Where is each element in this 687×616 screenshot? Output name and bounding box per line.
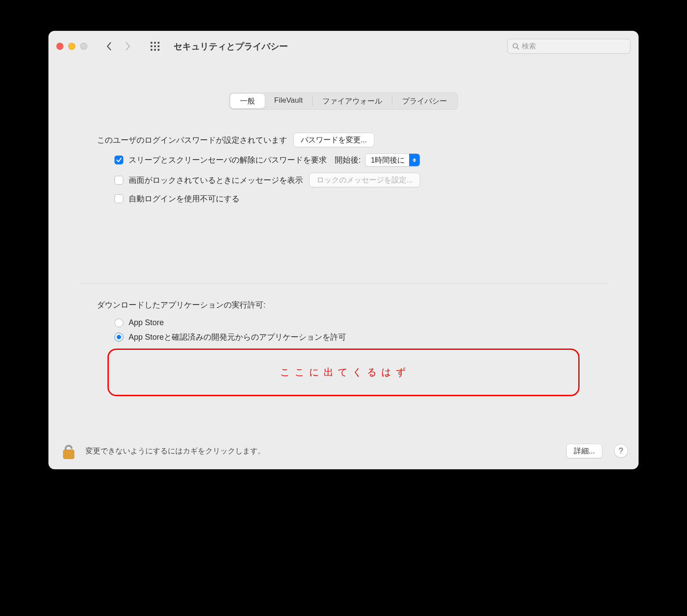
nav-buttons	[104, 41, 133, 52]
downloads-section: ダウンロードしたアプリケーションの実行許可: App Store App Sto…	[79, 300, 608, 396]
svg-rect-7	[154, 49, 156, 51]
help-button[interactable]: ?	[614, 444, 628, 458]
login-section: このユーザのログインパスワードが設定されています パスワードを変更... スリー…	[79, 133, 608, 204]
footer: 変更できないようにするにはカギをクリックします。 詳細... ?	[48, 434, 639, 469]
allow-appstore-radio[interactable]	[114, 319, 123, 327]
divider	[79, 283, 608, 284]
svg-rect-5	[158, 45, 159, 47]
require-password-delay-value: 1時間後に	[371, 155, 405, 165]
search-field[interactable]	[507, 39, 631, 54]
disable-autologin-label: 自動ログインを使用不可にする	[129, 193, 240, 204]
select-stepper-icon	[409, 154, 420, 166]
after-label: 開始後:	[335, 155, 361, 165]
allow-appstore-label: App Store	[129, 318, 164, 327]
change-password-button[interactable]: パスワードを変更...	[293, 133, 374, 147]
login-password-status: このユーザのログインパスワードが設定されています	[97, 135, 287, 145]
svg-rect-2	[158, 42, 159, 44]
svg-rect-6	[151, 49, 152, 51]
close-window-button[interactable]	[56, 43, 63, 50]
require-password-checkbox[interactable]	[114, 156, 123, 164]
tab-bar: 一般 FileVault ファイアウォール プライバシー	[229, 93, 458, 110]
show-lock-message-label: 画面がロックされているときにメッセージを表示	[129, 175, 303, 186]
lock-icon[interactable]	[59, 441, 78, 460]
svg-rect-1	[154, 42, 156, 44]
annotation-text: こ こ に 出 て く る は ず	[280, 366, 407, 379]
require-password-label: スリープとスクリーンセーバの解除にパスワードを要求	[129, 155, 327, 165]
search-icon	[512, 43, 519, 50]
tab-general[interactable]: 一般	[230, 94, 265, 108]
tab-privacy[interactable]: プライバシー	[392, 94, 457, 108]
svg-rect-0	[151, 42, 152, 44]
back-button[interactable]	[104, 41, 114, 52]
content-area: このユーザのログインパスワードが設定されています パスワードを変更... スリー…	[48, 110, 639, 409]
search-input[interactable]	[522, 42, 626, 50]
require-password-delay-select[interactable]: 1時間後に	[365, 153, 420, 167]
forward-button[interactable]	[122, 41, 133, 52]
svg-rect-3	[151, 45, 152, 47]
svg-rect-8	[158, 49, 159, 51]
window-title: セキュリティとプライバシー	[174, 41, 288, 52]
svg-line-10	[517, 48, 519, 49]
show-lock-message-checkbox[interactable]	[114, 176, 123, 185]
allow-identified-radio[interactable]	[114, 333, 123, 341]
toolbar: セキュリティとプライバシー	[48, 31, 639, 62]
allow-identified-label: App Storeと確認済みの開発元からのアプリケーションを許可	[129, 332, 346, 342]
window-controls	[56, 43, 87, 50]
zoom-window-button[interactable]	[80, 43, 87, 50]
allow-apps-title: ダウンロードしたアプリケーションの実行許可:	[97, 300, 590, 310]
minimize-window-button[interactable]	[68, 43, 75, 50]
show-all-button[interactable]	[149, 40, 161, 52]
svg-rect-4	[154, 45, 156, 47]
set-lock-message-button[interactable]: ロックのメッセージを設定...	[309, 173, 420, 187]
tab-filevault[interactable]: FileVault	[265, 94, 313, 108]
lock-description: 変更できないようにするにはカギをクリックします。	[85, 446, 559, 456]
annotation-box: こ こ に 出 て く る は ず	[107, 349, 580, 396]
preferences-window: セキュリティとプライバシー 一般 FileVault ファイアウォール プライバ…	[48, 31, 639, 469]
advanced-button[interactable]: 詳細...	[566, 444, 602, 458]
tab-firewall[interactable]: ファイアウォール	[313, 94, 392, 108]
disable-autologin-checkbox[interactable]	[114, 194, 123, 203]
